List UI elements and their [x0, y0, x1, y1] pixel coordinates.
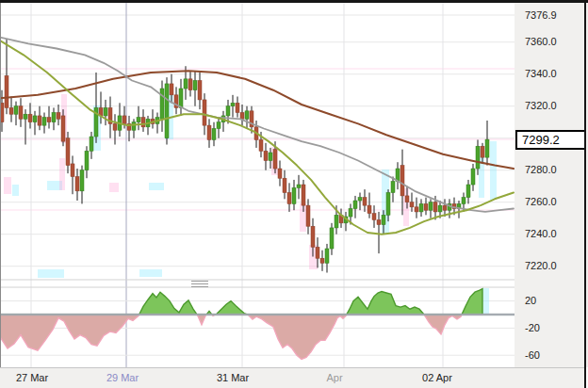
candle-body	[278, 169, 282, 178]
candle-body	[320, 258, 324, 263]
candle-body	[325, 249, 329, 263]
candle-body	[179, 89, 183, 107]
candle-body	[113, 123, 117, 130]
candle-body	[47, 118, 51, 122]
candle-body	[80, 170, 84, 191]
ghost-mark	[149, 183, 164, 190]
date-label: 31 Mar	[217, 372, 249, 383]
candle-body	[386, 193, 390, 216]
candle-body	[368, 205, 371, 214]
candle-body	[471, 169, 475, 185]
candle-body	[292, 187, 296, 203]
oscillator-axis-label: -20	[525, 322, 540, 333]
candle-body	[141, 118, 145, 127]
candle-body	[19, 106, 23, 120]
candle-body	[203, 100, 206, 125]
time-axis[interactable]: 27 Mar29 Mar31 MarApr02 Apr	[0, 367, 584, 388]
price-axis-label: 7260.0	[525, 196, 557, 207]
candle-body	[476, 146, 480, 169]
oscillator-axis-label: 20	[525, 295, 536, 306]
candle-body	[184, 79, 188, 89]
current-price-box: 7299.2	[515, 130, 586, 150]
candle-body	[85, 151, 89, 170]
candle-body	[207, 125, 211, 139]
oscillator-axis-label: -60	[525, 349, 540, 361]
candle-body	[160, 89, 164, 119]
window-left-border	[0, 3, 1, 367]
candle-body	[132, 122, 136, 131]
trading-chart-window: 7299.2 27 Mar29 Mar31 MarApr02 Apr 7376.…	[0, 0, 588, 388]
candle-body	[382, 215, 385, 224]
candle-body	[122, 116, 126, 123]
candle-body	[372, 214, 376, 220]
candle-body	[283, 178, 286, 192]
candle-body	[358, 198, 362, 201]
candle-body	[236, 103, 239, 112]
candle-body	[415, 207, 418, 212]
candle-body	[38, 116, 41, 125]
ghost-mark	[139, 269, 162, 277]
candle-body	[104, 107, 107, 116]
candle-body	[306, 205, 310, 226]
price-axis-label: 7220.0	[525, 260, 557, 271]
candle-body	[349, 209, 352, 218]
candle-body	[429, 202, 433, 211]
candle-body	[311, 226, 315, 247]
candle-body	[24, 114, 27, 119]
slow-ma	[0, 71, 514, 169]
candle-body	[353, 201, 357, 209]
candle-body	[438, 205, 442, 212]
candle-body	[170, 84, 173, 95]
candle-body	[400, 166, 404, 196]
candle-body	[240, 113, 244, 120]
price-axis-label: 7240.0	[525, 228, 557, 239]
price-axis-label: 7360.0	[525, 36, 557, 47]
candle-body	[264, 151, 268, 160]
date-label: 02 Apr	[422, 372, 452, 383]
candle-body	[9, 107, 13, 114]
candle-body	[377, 219, 381, 224]
candle-body	[273, 150, 277, 169]
candle-body	[165, 84, 169, 138]
candle-body	[443, 205, 447, 210]
ghost-mark	[4, 177, 11, 194]
candle-body	[198, 81, 202, 100]
candle-body	[42, 118, 46, 126]
candle-body	[363, 198, 367, 206]
candle-body	[297, 185, 301, 187]
candle-body	[5, 75, 8, 107]
window-right-border	[584, 0, 586, 388]
candle-body	[193, 81, 197, 90]
panel-splitter-grip-icon[interactable]	[191, 281, 208, 288]
price-axis[interactable]	[514, 3, 588, 367]
chart-canvas[interactable]	[0, 0, 514, 367]
candle-body	[466, 185, 470, 198]
candle-body	[424, 203, 428, 210]
ghost-mark	[490, 141, 497, 200]
ghost-mark	[59, 158, 65, 190]
date-label: 27 Mar	[16, 372, 48, 383]
oscillator-zero-line	[0, 314, 514, 315]
candle-body	[90, 137, 93, 151]
candle-body	[405, 196, 409, 202]
ghost-mark	[38, 269, 64, 278]
candle-body	[217, 122, 220, 129]
candle-body	[269, 153, 272, 161]
candle-body	[485, 139, 489, 157]
candle-body	[226, 106, 230, 116]
candle-body	[61, 116, 65, 141]
candle-body	[71, 164, 74, 177]
candle-body	[259, 139, 263, 151]
price-axis-label: 7320.0	[525, 100, 557, 111]
candle-body	[188, 79, 192, 90]
candle-body	[66, 138, 70, 166]
candle-body	[57, 113, 60, 120]
ghost-mark	[109, 183, 119, 192]
candle-body	[391, 182, 395, 193]
price-axis-label: 7340.0	[525, 68, 557, 79]
candle-body	[287, 193, 291, 204]
candle-body	[316, 247, 319, 258]
candle-body	[28, 114, 32, 122]
candle-body	[14, 106, 18, 115]
candle-body	[52, 113, 56, 122]
